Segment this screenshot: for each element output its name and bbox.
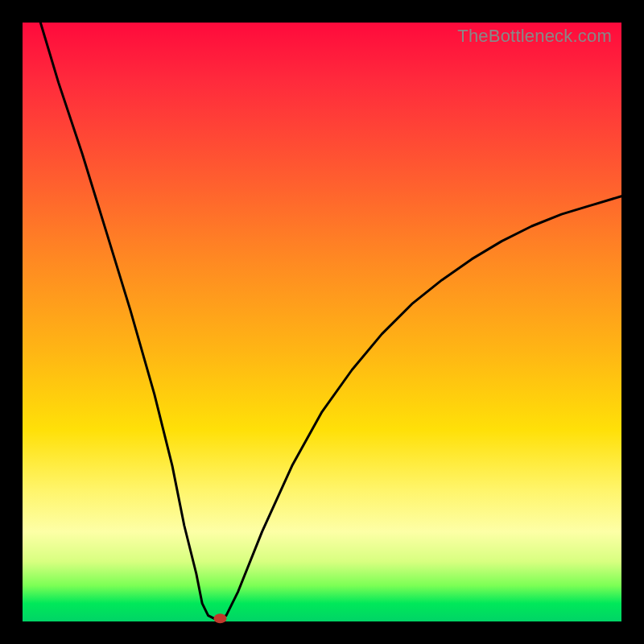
bottleneck-curve bbox=[23, 23, 621, 621]
chart-plot-area: TheBottleneck.com bbox=[23, 23, 621, 621]
chart-frame: TheBottleneck.com bbox=[0, 0, 644, 644]
minimum-marker bbox=[214, 613, 227, 623]
curve-path bbox=[40, 23, 621, 618]
